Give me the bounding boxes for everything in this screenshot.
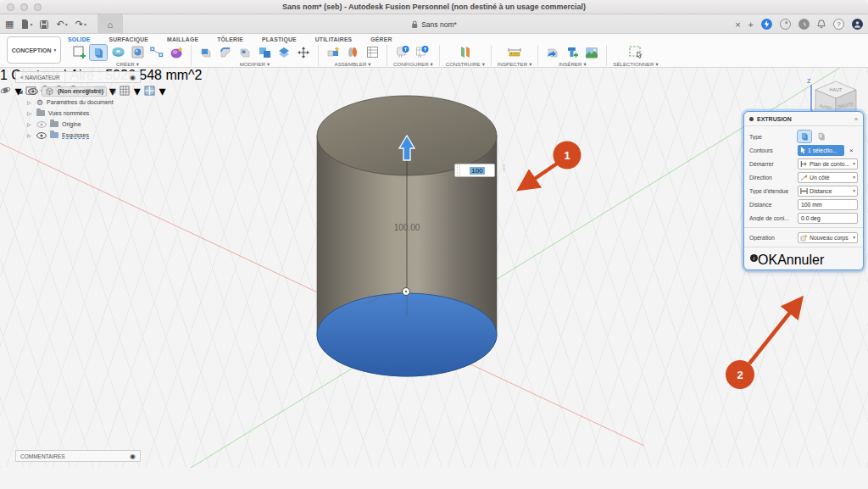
measure-button[interactable] xyxy=(506,45,523,60)
viewport-canvas[interactable]: 100.00 Z X HAUT AVANT DROITE « NAVIGATEU… xyxy=(0,68,868,468)
root-document-label[interactable]: (Non enregistré) xyxy=(58,88,103,94)
new-component-button[interactable] xyxy=(325,45,342,60)
configuration-table-button[interactable] xyxy=(415,45,431,60)
collapse-panel-icon[interactable]: « xyxy=(20,75,24,81)
combine-button[interactable] xyxy=(256,45,273,60)
create-form-button[interactable] xyxy=(168,45,185,60)
input-kebab-menu-icon[interactable]: ⋮ xyxy=(500,164,508,172)
new-tab-icon[interactable]: + xyxy=(748,19,754,30)
home-tab[interactable]: ⌂ xyxy=(97,14,123,34)
group-label-configurer[interactable]: CONFIGURER▾ xyxy=(393,61,433,67)
cancel-button[interactable]: Annuler xyxy=(777,253,824,264)
tab-plastique[interactable]: PLASTIQUE xyxy=(262,36,297,42)
operation-select[interactable]: Nouveau corps ▾ xyxy=(798,232,858,243)
expander-icon[interactable]: ▷ xyxy=(27,99,33,105)
redo-button[interactable]: ↷▾ xyxy=(75,19,86,30)
extrude-button[interactable] xyxy=(90,45,107,60)
move-copy-button[interactable] xyxy=(295,45,312,60)
group-selectionner: SÉLECTIONNER▾ xyxy=(607,44,664,67)
ok-button[interactable]: OK xyxy=(758,253,777,264)
distance-field[interactable]: 100 mm xyxy=(798,199,858,210)
create-sketch-button[interactable] xyxy=(70,45,87,60)
tab-utilitaires[interactable]: UTILITAIRES xyxy=(315,36,353,42)
info-icon[interactable]: i xyxy=(750,254,758,262)
hole-button[interactable] xyxy=(129,45,146,60)
progress-icon[interactable] xyxy=(780,19,791,30)
undo-button[interactable]: ↶▾ xyxy=(56,19,67,30)
group-label-modifier[interactable]: MODIFIER▾ xyxy=(240,61,270,67)
dialog-header[interactable]: EXTRUSION » xyxy=(744,112,863,126)
tree-item-vues[interactable]: ▷ Vues nommées xyxy=(27,108,116,119)
eye-icon[interactable] xyxy=(36,132,47,139)
tab-gerer[interactable]: GÉRER xyxy=(370,36,392,42)
tree-item-parametres[interactable]: ▷ ⚙ Paramètres du document xyxy=(27,97,116,108)
shell-button[interactable] xyxy=(236,45,253,60)
fillet-button[interactable] xyxy=(217,45,234,60)
tree-root-row[interactable]: ◢ (Non enregistré) ◎ xyxy=(19,86,116,97)
type-thin-extrude-button[interactable] xyxy=(815,131,828,142)
distance-input-box[interactable]: 100 xyxy=(454,164,495,177)
tree-item-label[interactable]: Origine xyxy=(62,121,81,127)
contours-selection-chip[interactable]: 1 sélectio... xyxy=(798,145,844,156)
press-pull-button[interactable] xyxy=(198,45,214,60)
dialog-separator xyxy=(744,227,863,228)
taper-angle-field[interactable]: 0.0 deg xyxy=(798,213,858,224)
dialog-detach-icon[interactable]: » xyxy=(854,116,858,122)
job-status-icon[interactable] xyxy=(761,19,772,30)
insert-canvas-button[interactable] xyxy=(583,45,600,60)
group-label-selectionner[interactable]: SÉLECTIONNER▾ xyxy=(613,61,658,67)
tree-item-label[interactable]: Paramètres du document xyxy=(47,99,114,105)
group-label-creer[interactable]: CRÉER▾ xyxy=(116,61,139,67)
revolve-button[interactable] xyxy=(109,45,126,60)
expander-icon[interactable]: ▷ xyxy=(27,121,33,127)
tree-item-esquisses[interactable]: ▷ Esquisses xyxy=(27,130,116,141)
direction-select[interactable]: Un côté ▾ xyxy=(798,172,858,183)
notifications-button[interactable] xyxy=(817,17,826,32)
tab-solide[interactable]: SOLIDE xyxy=(68,36,91,42)
question-icon: ? xyxy=(837,20,840,28)
save-button[interactable] xyxy=(40,20,48,29)
user-avatar[interactable] xyxy=(852,19,863,30)
etendue-select[interactable]: Distance ▾ xyxy=(798,186,858,197)
offset-face-button[interactable] xyxy=(275,45,292,60)
configuration-button[interactable] xyxy=(395,45,412,60)
tree-item-origine[interactable]: ▷ Origine xyxy=(27,119,116,130)
select-button[interactable] xyxy=(627,45,644,60)
close-tab-icon[interactable]: × xyxy=(735,19,740,30)
eye-icon[interactable] xyxy=(36,121,47,128)
group-label-construire[interactable]: CONSTRUIRE▾ xyxy=(446,61,485,67)
joint-button[interactable] xyxy=(344,45,361,60)
group-label-inserer[interactable]: INSÉRER▾ xyxy=(559,61,587,67)
file-menu-button[interactable]: ▾ xyxy=(21,19,32,29)
tab-maillage[interactable]: MAILLAGE xyxy=(167,36,198,42)
document-tab[interactable]: Sans nom* xyxy=(399,14,469,34)
group-label-assembler[interactable]: ASSEMBLER▾ xyxy=(335,61,371,67)
comments-options-icon[interactable]: ◉ xyxy=(130,453,136,460)
expander-open-icon[interactable]: ◢ xyxy=(19,88,25,94)
tree-item-label[interactable]: Esquisses xyxy=(62,132,89,139)
expander-icon[interactable]: ▷ xyxy=(27,132,33,138)
demarrer-select[interactable]: Plan de conto... ▾ xyxy=(798,158,858,169)
history-icon[interactable] xyxy=(798,19,810,30)
app-grid-icon[interactable]: ▦ xyxy=(5,19,14,30)
navigator-panel-header[interactable]: « NAVIGATEUR ◉ xyxy=(15,71,141,83)
activate-component-radio[interactable]: ◎ xyxy=(110,87,116,95)
workspace-selector-button[interactable]: CONCEPTION ▾ xyxy=(7,36,61,64)
tab-tolerie[interactable]: TÔLERIE xyxy=(217,36,243,42)
eye-icon[interactable] xyxy=(28,88,38,95)
comments-panel-header[interactable]: COMMENTAIRES ◉ xyxy=(15,450,141,462)
distance-input-value[interactable]: 100 xyxy=(470,167,484,175)
group-label-inspecter[interactable]: INSPECTER▾ xyxy=(498,61,532,67)
help-button[interactable]: ? xyxy=(833,19,844,30)
insert-derive-button[interactable] xyxy=(544,45,561,60)
type-solid-extrude-button[interactable] xyxy=(798,131,811,142)
navigator-options-icon[interactable]: ◉ xyxy=(130,74,136,81)
tab-surfacique[interactable]: SURFACIQUE xyxy=(109,36,149,42)
expander-icon[interactable]: ▷ xyxy=(27,110,33,116)
bom-list-button[interactable] xyxy=(364,45,381,60)
sketch-dimension-button[interactable] xyxy=(148,45,165,60)
clear-selection-icon[interactable]: × xyxy=(849,147,854,154)
construction-plane-button[interactable] xyxy=(457,45,474,60)
insert-fastener-button[interactable] xyxy=(564,45,581,60)
tree-item-label[interactable]: Vues nommées xyxy=(48,110,89,116)
